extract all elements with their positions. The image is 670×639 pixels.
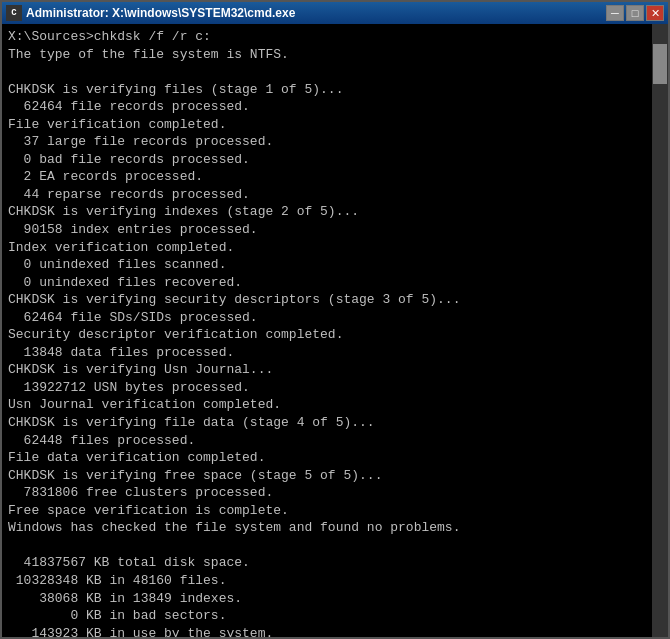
cmd-icon: C bbox=[6, 5, 22, 21]
cmd-window: C Administrator: X:\windows\SYSTEM32\cmd… bbox=[0, 0, 670, 639]
close-button[interactable]: ✕ bbox=[646, 5, 664, 21]
titlebar: C Administrator: X:\windows\SYSTEM32\cmd… bbox=[2, 2, 668, 24]
titlebar-left: C Administrator: X:\windows\SYSTEM32\cmd… bbox=[6, 5, 295, 21]
titlebar-title: Administrator: X:\windows\SYSTEM32\cmd.e… bbox=[26, 6, 295, 20]
titlebar-buttons: ─ □ ✕ bbox=[606, 5, 664, 21]
terminal-output: X:\Sources>chkdsk /f /r c: The type of t… bbox=[8, 28, 662, 637]
scrollbar[interactable] bbox=[652, 24, 668, 637]
restore-button[interactable]: □ bbox=[626, 5, 644, 21]
scrollbar-thumb[interactable] bbox=[653, 44, 667, 84]
terminal-body: X:\Sources>chkdsk /f /r c: The type of t… bbox=[2, 24, 668, 637]
minimize-button[interactable]: ─ bbox=[606, 5, 624, 21]
